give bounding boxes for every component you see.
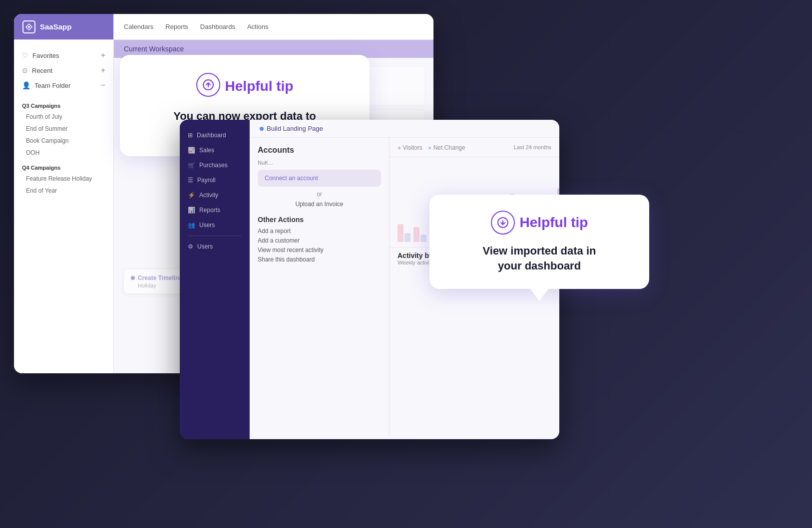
- tip2-icon-circle: [491, 211, 515, 235]
- sidebar-item-team-folder[interactable]: 👤 Team Folder −: [22, 78, 105, 93]
- app2-sales-label: Sales: [199, 147, 214, 154]
- reports-icon: 📊: [188, 207, 195, 214]
- app2-payroll-label: Payroll: [197, 177, 216, 184]
- collapse-team-button[interactable]: −: [101, 81, 105, 90]
- chart-header: ● Visitors ● Net Change Last 24 months: [390, 138, 559, 157]
- sidebar-favorites-section: ♡ Favorites + ⊙ Recent + 👤 Team Folder: [14, 48, 113, 93]
- accounts-title: Accounts: [258, 146, 381, 155]
- nav-actions[interactable]: Actions: [247, 23, 269, 30]
- sidebar-end-year[interactable]: End of Year: [14, 185, 113, 197]
- sidebar-divider: [188, 236, 241, 236]
- sidebar-book-campaign[interactable]: Book Campaign: [14, 135, 113, 147]
- q3-campaigns-title: Q3 Campaigns: [14, 97, 113, 111]
- accounts-subtitle: NuK...: [258, 160, 381, 166]
- tip2-title: Helpful tip: [520, 215, 588, 231]
- app-name: SaaSapp: [40, 22, 71, 31]
- app2-reports-label: Reports: [199, 207, 220, 214]
- app2-sidebar: ⊞ Dashboard 📈 Sales 🛒 Purchases ☰ Payrol…: [180, 120, 250, 439]
- add-favorites-button[interactable]: +: [101, 51, 105, 60]
- tip2-body: View imported data inyour dashboard: [449, 244, 629, 273]
- upload-invoice-link[interactable]: Upload an Invoice: [258, 201, 381, 208]
- timeline-item1-label: Create Timeline: [138, 274, 182, 281]
- app2-users-label: Users: [199, 222, 215, 229]
- sales-icon: 📈: [188, 147, 195, 154]
- bar-group-1: [398, 224, 410, 242]
- nav-calendars[interactable]: Calendars: [124, 23, 153, 30]
- logo-icon: [22, 20, 36, 34]
- q4-campaigns-title: Q4 Campaigns: [14, 159, 113, 173]
- sidebar-recent-label: Recent: [32, 67, 52, 74]
- build-landing-item[interactable]: Build Landing Page: [250, 120, 559, 138]
- tip2-header: Helpful tip: [449, 211, 629, 235]
- helpful-tip-popup-2: Helpful tip View imported data inyour da…: [429, 195, 649, 289]
- sidebar-fourth-july[interactable]: Fourth of July: [14, 111, 113, 123]
- purchases-icon: 🛒: [188, 162, 195, 169]
- sidebar-team-label: Team Folder: [34, 82, 70, 89]
- tip1-icon-circle: [196, 73, 220, 97]
- sidebar-item-recent[interactable]: ⊙ Recent +: [22, 63, 105, 78]
- bar-group-2: [413, 227, 426, 242]
- app2-purchases-label: Purchases: [199, 162, 228, 169]
- arrow-down-icon: [497, 217, 508, 228]
- sidebar-ooh[interactable]: OOH: [14, 147, 113, 159]
- sidebar: ♡ Favorites + ⊙ Recent + 👤 Team Folder: [14, 40, 114, 373]
- recent-icon: ⊙: [22, 66, 28, 74]
- users-icon: 👥: [188, 222, 195, 229]
- action-add-report[interactable]: Add a report: [258, 228, 381, 235]
- logo-area: SaaSapp: [14, 14, 114, 39]
- app2-sidebar-sales[interactable]: 📈 Sales: [180, 143, 249, 158]
- payroll-icon: ☰: [188, 177, 193, 184]
- legend-visitors: ● Visitors: [398, 144, 424, 151]
- sidebar-end-summer[interactable]: End of Summer: [14, 123, 113, 135]
- nav-items: Calendars Reports Dashboards Actions: [114, 14, 279, 39]
- arrow-up-icon: [203, 79, 214, 90]
- tip1-title: Helpful tip: [225, 78, 294, 94]
- app2-dashboard-label: Dashboard: [197, 132, 226, 139]
- divider-or: or: [258, 191, 381, 198]
- svg-point-1: [28, 26, 30, 28]
- app2-sidebar-payroll[interactable]: ☰ Payroll: [180, 173, 249, 188]
- app2-sidebar-reports[interactable]: 📊 Reports: [180, 203, 249, 218]
- app2-sidebar-settings[interactable]: ⚙ Users: [180, 239, 249, 254]
- heart-icon: ♡: [22, 51, 28, 59]
- dashboard-icon: ⊞: [188, 132, 193, 139]
- sidebar-item-favorites[interactable]: ♡ Favorites +: [22, 48, 105, 63]
- app2-left-panel: Accounts NuK... Connect an account or Up…: [250, 138, 390, 435]
- blue-dot: [260, 127, 264, 131]
- app2-settings-label: Users: [197, 243, 213, 250]
- chart-period: Last 24 months: [514, 144, 551, 150]
- settings-icon: ⚙: [188, 243, 193, 250]
- app2-sidebar-dashboard[interactable]: ⊞ Dashboard: [180, 128, 249, 143]
- app2-activity-label: Activity: [199, 192, 218, 199]
- activity-icon: ⚡: [188, 192, 195, 199]
- other-actions-title: Other Actions: [258, 216, 381, 224]
- add-recent-button[interactable]: +: [101, 66, 105, 75]
- sidebar-favorites-label: Favorites: [32, 52, 59, 59]
- action-share-dashboard[interactable]: Share this dashboard: [258, 256, 381, 263]
- sidebar-feature-release[interactable]: Feature Release Holiday: [14, 173, 113, 185]
- tip1-header: Helpful tip: [142, 73, 348, 100]
- action-view-recent[interactable]: View most recent activity: [258, 247, 381, 254]
- connect-account-button[interactable]: Connect an account: [258, 170, 381, 187]
- app2-sidebar-purchases[interactable]: 🛒 Purchases: [180, 158, 249, 173]
- nav-reports[interactable]: Reports: [165, 23, 188, 30]
- app2-sidebar-users[interactable]: 👥 Users: [180, 218, 249, 233]
- app2-sidebar-activity[interactable]: ⚡ Activity: [180, 188, 249, 203]
- action-add-customer[interactable]: Add a customer: [258, 237, 381, 244]
- legend-net-change: ● Net Change: [428, 144, 465, 151]
- nav-dashboards[interactable]: Dashboards: [200, 23, 235, 30]
- nav-bar: SaaSapp Calendars Reports Dashboards Act…: [14, 14, 433, 40]
- team-icon: 👤: [22, 81, 30, 89]
- build-landing-label: Build Landing Page: [267, 125, 323, 132]
